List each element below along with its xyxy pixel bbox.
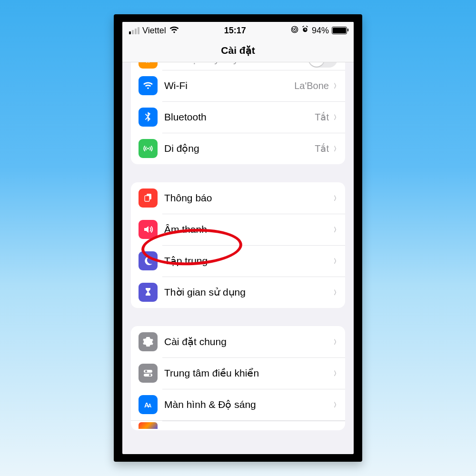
- partial-icon: [139, 422, 158, 429]
- chevron-right-icon: ›: [334, 78, 337, 92]
- speaker-icon: [139, 220, 158, 239]
- wifi-icon: [169, 26, 179, 35]
- page-title: Cài đặt: [122, 39, 354, 62]
- carrier-label: Viettel: [142, 26, 166, 36]
- bluetooth-icon: [139, 108, 158, 127]
- row-value: Tắt: [315, 143, 329, 154]
- chevron-right-icon: ›: [334, 190, 337, 204]
- row-label: Wi-Fi: [164, 80, 294, 91]
- airplane-icon: [139, 62, 158, 69]
- chevron-right-icon: ›: [334, 221, 337, 236]
- row-label: Âm thanh: [164, 224, 333, 235]
- status-right: 94%: [291, 26, 347, 36]
- row-airplane[interactable]: Chế độ máy bay: [131, 62, 345, 70]
- moon-icon: [139, 251, 158, 270]
- signal-icon: [129, 27, 139, 34]
- chevron-right-icon: ›: [334, 397, 337, 411]
- row-cellular[interactable]: Di động Tắt ›: [131, 133, 345, 164]
- bell-icon: [139, 188, 158, 208]
- row-label: Tập trung: [164, 255, 333, 267]
- chevron-right-icon: ›: [334, 334, 337, 348]
- row-cutoff[interactable]: [131, 420, 345, 430]
- svg-rect-9: [145, 196, 149, 201]
- row-screentime[interactable]: Thời gian sử dụng ›: [131, 277, 345, 308]
- battery-pct: 94%: [312, 26, 329, 36]
- row-value: La'Bone: [294, 80, 329, 91]
- row-wifi[interactable]: Wi-Fi La'Bone ›: [131, 70, 345, 101]
- row-label: Thời gian sử dụng: [164, 287, 333, 298]
- row-notifications[interactable]: Thông báo ›: [131, 182, 345, 214]
- rotation-lock-icon: [291, 26, 298, 35]
- airplane-toggle[interactable]: [308, 62, 337, 68]
- clock: 15:17: [224, 26, 246, 36]
- chevron-right-icon: ›: [334, 140, 337, 155]
- row-bluetooth[interactable]: Bluetooth Tắt ›: [131, 101, 345, 133]
- row-label: Màn hình & Độ sáng: [164, 399, 333, 410]
- chevron-right-icon: ›: [334, 284, 337, 298]
- row-display[interactable]: AA Màn hình & Độ sáng ›: [131, 389, 345, 420]
- svg-point-13: [149, 374, 151, 377]
- wifi-tile-icon: [139, 76, 158, 95]
- chevron-right-icon: ›: [334, 109, 337, 123]
- alarm-icon: [301, 26, 309, 35]
- row-label: Thông báo: [164, 192, 333, 204]
- group-attention: Thông báo › Âm thanh › Tập trung ›: [131, 182, 345, 308]
- battery-icon: [332, 27, 347, 34]
- row-general[interactable]: Cài đặt chung ›: [131, 326, 345, 357]
- row-focus[interactable]: Tập trung ›: [131, 245, 345, 277]
- svg-point-7: [147, 148, 149, 149]
- chevron-right-icon: ›: [334, 365, 337, 379]
- status-left: Viettel: [129, 26, 179, 36]
- svg-rect-1: [294, 29, 295, 30]
- svg-rect-5: [302, 26, 304, 27]
- svg-rect-4: [305, 30, 306, 30]
- row-label: Bluetooth: [164, 111, 315, 123]
- hourglass-icon: [139, 283, 158, 302]
- settings-scroll[interactable]: Chế độ máy bay Wi-Fi La'Bone › Bluetooth: [122, 62, 354, 454]
- group-connectivity: Chế độ máy bay Wi-Fi La'Bone › Bluetooth: [131, 62, 345, 164]
- row-label: Di động: [164, 143, 315, 154]
- gear-icon: [139, 332, 158, 351]
- display-icon: AA: [139, 395, 158, 414]
- row-control-center[interactable]: Trung tâm điều khiển ›: [131, 357, 345, 389]
- group-general: Cài đặt chung › Trung tâm điều khiển › A…: [131, 326, 345, 430]
- screen: Viettel 15:17 94% Cài đặt: [122, 22, 354, 454]
- cellular-icon: [139, 139, 158, 158]
- chevron-right-icon: ›: [334, 253, 337, 267]
- row-label: Chế độ máy bay: [164, 62, 308, 65]
- svg-rect-6: [306, 26, 308, 27]
- svg-point-11: [145, 370, 148, 373]
- svg-text:A: A: [148, 403, 151, 408]
- row-sounds[interactable]: Âm thanh ›: [131, 214, 345, 245]
- row-value: Tắt: [315, 111, 329, 123]
- row-label: Trung tâm điều khiển: [164, 367, 333, 379]
- device-frame: Viettel 15:17 94% Cài đặt: [114, 14, 362, 462]
- status-bar: Viettel 15:17 94%: [122, 22, 354, 39]
- toggles-icon: [139, 364, 158, 383]
- row-label: Cài đặt chung: [164, 336, 333, 347]
